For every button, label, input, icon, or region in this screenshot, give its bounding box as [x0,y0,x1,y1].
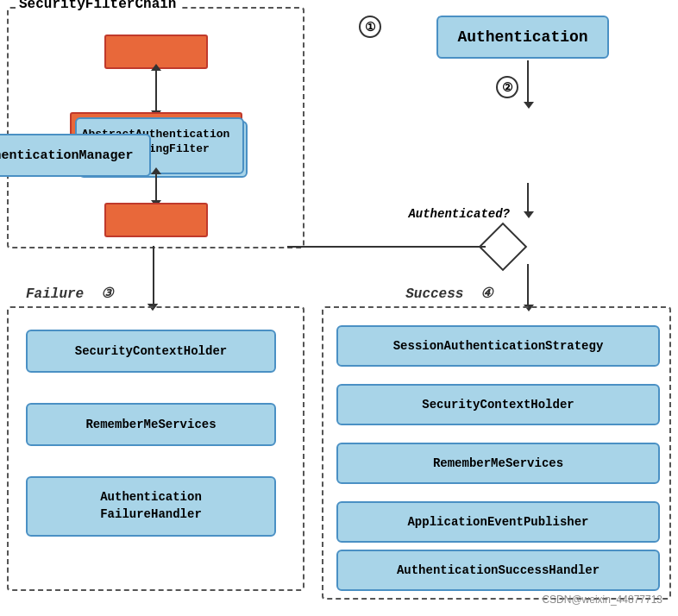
arrow-double-bottom [155,174,157,200]
failure-auth-failure-handler: AuthenticationFailureHandler [26,476,276,537]
arrow-double-top [155,71,157,110]
decision-diamond [479,223,528,272]
watermark: CSDN@weixin_44877713 [542,594,662,606]
orange-bar-bottom [104,203,208,237]
arrow-manager-to-auth-question [527,183,529,213]
diagram-container: SecurityFilterChain AbstractAuthenticati… [0,0,678,616]
success-label: Success ④ [405,285,493,302]
authenticated-question-label: Authenticated? [408,207,510,221]
arrowhead-auth-to-manager [524,102,534,109]
failure-panel: SecurityContextHolder RememberMeServices… [7,306,304,591]
failure-security-context-holder: SecurityContextHolder [26,330,276,373]
authentication-box: Authentication [436,16,609,59]
arrow-to-failure-h [287,246,486,248]
circle-2: ② [496,76,518,98]
authentication-manager-label: AuthenticationManager [0,148,134,163]
circle-1: ① [359,16,381,38]
success-auth-success-handler: AuthenticationSuccessHandler [336,550,660,591]
security-filter-chain-title: SecurityFilterChain [16,0,179,12]
failure-label: Failure ③ [26,285,113,302]
success-session-auth-strategy: SessionAuthenticationStrategy [336,325,660,367]
security-filter-chain-panel: SecurityFilterChain AbstractAuthenticati… [7,7,304,248]
success-remember-me-services: RememberMeServices [336,443,660,484]
arrowhead-manager-to-question [524,211,534,218]
failure-remember-me-services: RememberMeServices [26,403,276,446]
success-panel: SessionAuthenticationStrategy SecurityCo… [322,306,671,600]
authentication-manager-box: AuthenticationManager [0,134,151,177]
arrow-to-failure-v [153,246,154,306]
authentication-label: Authentication [457,28,587,46]
arrow-to-success-v [527,264,529,307]
success-security-context-holder: SecurityContextHolder [336,384,660,425]
arrow-auth-to-manager [527,60,529,104]
success-app-event-publisher: ApplicationEventPublisher [336,501,660,543]
